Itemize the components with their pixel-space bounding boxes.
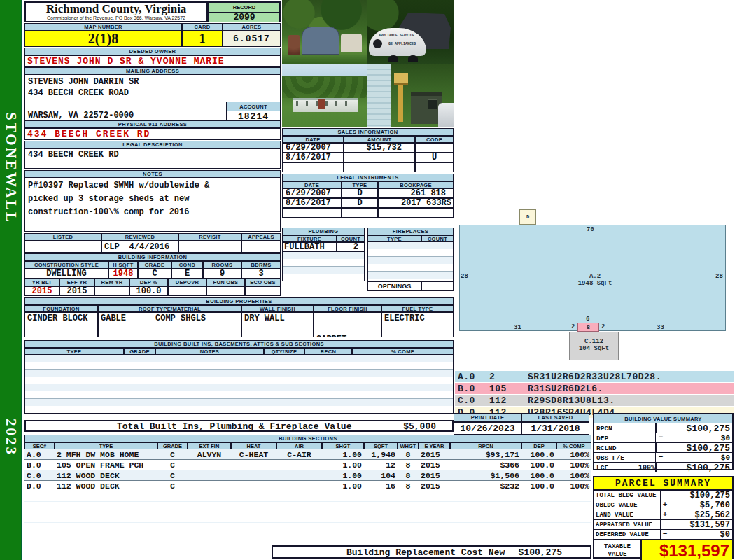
parcel-value: $25,562 [669,510,732,519]
taxable-value-label: TAXABLE VALUE [594,540,642,560]
wall-finish-label: WALL FINISH [241,305,314,312]
property-photo-service-van[interactable]: APPLIANCE SERVICE GE APPLIANCES [368,0,454,64]
bs-cell [276,460,322,470]
dep-pct-label: DEP % [130,279,168,286]
map-number-value[interactable]: 2(1)8 [24,31,182,47]
sales-cell [415,143,454,153]
bs-col: SQFT [364,442,398,449]
fixture-label: FIXTURE [282,235,337,242]
bi-qty-label: QTY/SIZE [264,348,304,355]
ecoobs-value [245,286,281,296]
bvs-pct: 100% [624,463,655,472]
mailing-line: 434 BEECH CREEK ROAD [28,88,280,99]
sketch-section-c: C.112 104 SqFt [569,332,619,360]
parcel-row: OBLDG VALUE + $5,760 [594,500,732,510]
bs-cell: 16 [364,481,398,491]
bvs-row: RPCN $100,275 [594,424,732,433]
parcel-value: $131,597 [669,520,732,529]
print-date-value: 10/26/2023 [454,422,522,435]
district-sidebar: STONEWALL 2023 [0,0,22,560]
property-photo-outbuilding[interactable] [368,64,454,127]
fuel-type-label: FUEL TYPE [382,305,454,312]
built-ins-empty-rows [24,355,454,414]
fireplaces-header: FIREPLACES [368,227,454,235]
li-cell [342,208,378,218]
li-cell: 2017 633RS [378,198,454,208]
notes-block: P#10397 Replaced SWMH w/doublewide & pic… [24,178,281,232]
sketch-section-b: B [578,323,599,332]
sketch-dim: 28 [461,273,468,280]
bvs-value: $100,275 [655,443,732,452]
fireplace-type-label: TYPE [368,235,421,242]
bvs-value: $0 [666,453,732,462]
property-photo-yard-shed[interactable] [282,0,367,64]
account-value: 18214 [227,111,280,121]
bs-cell: 1,948 [364,449,398,459]
bs-cell: B.0 [24,460,55,470]
li-cell: 261 818 [378,188,454,198]
parcel-op [661,520,669,529]
bs-cell: 2015 [419,449,450,459]
openings-value [421,281,454,291]
sketch-a-sqft: 1948 SqFt [546,280,644,287]
card-value[interactable]: 1 [182,31,223,47]
revisit-label: REVISIT [178,233,241,241]
bs-col: SEC# [24,442,55,449]
bs-cell: 12 [364,460,398,470]
parcel-label: APPRAISED VALUE [594,520,661,529]
district-name: STONEWALL [2,112,20,224]
li-cell [378,208,454,218]
hsqft-label: H SQFT [108,261,138,269]
sketch-dim: 33 [657,324,664,331]
built-ins-total-label: Total Built Ins, Plumbing & Fireplace Va… [117,421,351,432]
van-signage-line1: APPLIANCE SERVICE [379,34,414,38]
bs-cell [231,470,276,480]
built-ins-total-value: $5,000 [403,421,436,432]
bi-notes-label: NOTES [155,348,264,355]
brcn-value: $100,275 [519,547,562,558]
vector-path: R29SD8R13U8L13. [528,396,615,406]
bs-cell: A.0 [24,449,55,459]
sketch-dim: 28 [715,273,723,280]
fixture-value: FULLBATH [282,242,337,252]
listed-label: LISTED [24,233,102,241]
parcel-value: $100,275 [669,491,732,500]
bs-col: AIR [276,442,322,449]
property-photo-mobile-home[interactable] [282,64,367,127]
notes-line: picked up 3 storage sheds at new [28,192,280,206]
reviewed-value: CLP 4/4/2016 [102,241,178,253]
bs-cell: $1,506 [450,470,522,480]
foundation-value: CINDER BLOCK [24,312,98,337]
mailing-address-header: MAILING ADDRESS [24,67,281,75]
bdrms-label: BDRMS [241,261,281,269]
remyr-label: REM YR [94,279,130,286]
sketch-area[interactable]: D B C.112 104 SqFt 70 28 28 A.2 1948 SqF… [455,203,734,368]
vector-code: 2 [489,372,528,382]
bs-cell: 105 OPEN FRAME PCH [55,460,158,470]
bs-cell: 2 MFH DW MOB HOME [55,449,158,459]
effyr-label: EFF YR [59,279,94,286]
bs-cell: C [158,460,188,470]
openings-label: OPENINGS [368,281,421,291]
bs-col: RPCN [450,442,522,449]
floor-finish-line: CARPET [316,335,381,337]
account-box: ACCOUNT 18214 [226,102,281,120]
deeded-owner-value: STEVENS JOHN D SR & YVONNE MARIE [24,55,281,67]
commissioner-line: Commissioner of the Revenue, PO Box 366,… [26,15,206,20]
vector-sec: B.0 [455,384,489,394]
sales-cell [282,162,344,172]
notes-header: NOTES [24,170,281,178]
legal-description-header: LEGAL DESCRIPTION [24,141,281,148]
bs-cell: C [158,481,188,491]
sketch-vector-row: A.0 2 SR31U2R6D2R33U28L70D28. [455,371,734,382]
tax-year: 2023 [2,419,20,456]
sketch-c-sqft: 104 SqFt [570,345,618,352]
bvs-label: DEP [594,433,655,442]
bs-cell [188,460,231,470]
bs-cell: 104 [364,470,398,480]
bvs-label: RCLND [594,443,655,452]
bvs-row: RCLND $100,275 [594,443,732,453]
bvs-op: − [655,453,666,462]
revisit-value [178,241,241,253]
building-information-header: BUILDING INFORMATION [24,253,281,261]
